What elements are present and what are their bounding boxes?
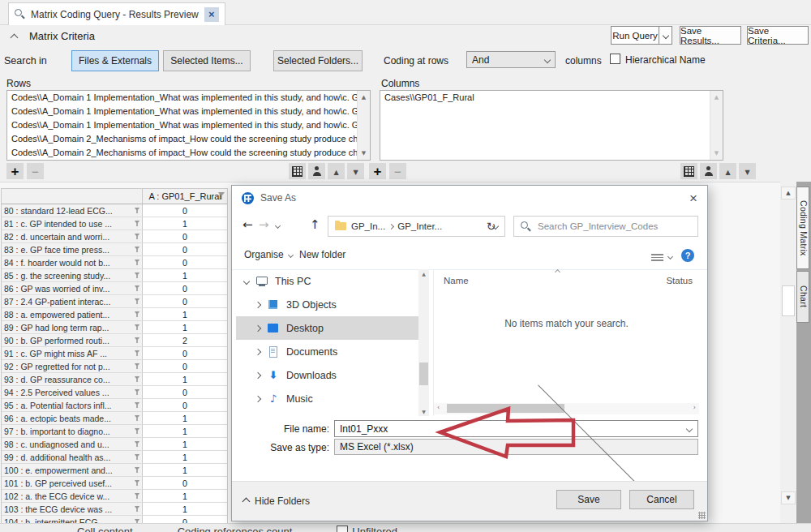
filter-icon[interactable]: [135, 441, 140, 448]
save-results-button[interactable]: Save Results...: [680, 26, 741, 45]
tab-close-icon[interactable]: ×: [204, 7, 219, 22]
filter-icon[interactable]: [135, 337, 140, 344]
filter-icon[interactable]: [135, 402, 140, 409]
unfiltered-checkbox[interactable]: [337, 526, 348, 532]
filter-icon[interactable]: [135, 493, 140, 500]
chevron-down-icon[interactable]: [686, 425, 693, 431]
table-row[interactable]: 102 : a. the ECG device w... 1: [2, 490, 227, 503]
scroll-up-icon[interactable]: ▲: [710, 92, 723, 103]
scrollbar-thumb[interactable]: [419, 363, 428, 385]
columns-listbox[interactable]: Cases\\GP01_F_Rural ▲ ▼: [380, 90, 723, 161]
filter-icon[interactable]: [135, 363, 140, 370]
up-icon[interactable]: ↑: [310, 217, 320, 232]
table-row[interactable]: 94 : 2.5 Perceived values ... 0: [2, 386, 227, 399]
tree-scrollbar[interactable]: ▲ ▼: [418, 269, 429, 416]
scroll-left-icon[interactable]: ‹: [437, 404, 440, 411]
search-box[interactable]: [513, 216, 698, 237]
table-row[interactable]: 95 : a. Potential factors infl... 0: [2, 399, 227, 412]
forward-icon[interactable]: →: [259, 217, 269, 232]
table-row[interactable]: 90 : b. GP performed routi... 2: [2, 334, 227, 347]
table-row[interactable]: 97 : b. important to diagno... 1: [2, 425, 227, 438]
chevron-icon[interactable]: [255, 371, 261, 378]
chevron-icon[interactable]: [255, 324, 261, 331]
filter-icon[interactable]: [135, 298, 140, 305]
save-button[interactable]: Save: [556, 490, 621, 509]
filter-icon[interactable]: [135, 285, 140, 292]
scroll-up-icon[interactable]: ▲: [781, 187, 796, 200]
search-input[interactable]: [536, 221, 691, 232]
rows-move-up-button[interactable]: [328, 163, 345, 179]
columns-add-button[interactable]: +: [369, 163, 386, 179]
tree-item[interactable]: This PC: [236, 269, 418, 293]
rows-list-item[interactable]: Codes\\A_Domain 1 Implementation_What wa…: [7, 105, 370, 118]
table-row[interactable]: 96 : a. ectopic beats made... 1: [2, 412, 227, 425]
views-icon[interactable]: [651, 252, 663, 261]
chevron-icon[interactable]: [243, 277, 250, 284]
tree-item[interactable]: Documents: [236, 340, 418, 363]
unfiltered-option[interactable]: Unfiltered: [337, 526, 397, 532]
table-row[interactable]: 89 : GP had long term rap... 1: [2, 321, 227, 334]
scope-button[interactable]: Selected Folders...: [273, 50, 363, 71]
chevron-icon[interactable]: [255, 348, 261, 354]
table-row[interactable]: 92 : GP regretted for not p... 0: [2, 360, 227, 373]
refresh-button[interactable]: ↻: [478, 216, 505, 237]
table-row[interactable]: 85 : g. the screening study... 1: [2, 269, 227, 282]
filter-icon[interactable]: [135, 428, 140, 435]
rows-list-item[interactable]: Codes\\A_Domain 2_Mechanisms of impact_H…: [7, 146, 370, 160]
filter-icon[interactable]: [135, 324, 140, 331]
status-column-header[interactable]: Status: [666, 276, 693, 285]
dialog-title-bar[interactable]: Save As ×: [232, 186, 707, 210]
table-row[interactable]: 101 : b. GP perceived usef... 0: [2, 477, 227, 490]
table-row[interactable]: 100 : e. empowerment and... 1: [2, 464, 227, 477]
rows-add-button[interactable]: +: [6, 163, 24, 179]
table-row[interactable]: 99 : d. additional health as... 1: [2, 451, 227, 464]
filter-icon[interactable]: [135, 221, 140, 227]
save-criteria-button[interactable]: Save Criteria...: [747, 26, 809, 45]
filter-icon[interactable]: [135, 480, 140, 487]
run-query-dropdown[interactable]: [659, 26, 672, 45]
organise-button[interactable]: Organise: [244, 249, 293, 260]
operator-dropdown[interactable]: And: [466, 51, 556, 68]
cancel-button[interactable]: Cancel: [629, 490, 694, 509]
rows-select-items-button[interactable]: [289, 163, 306, 179]
table-row[interactable]: 88 : a. empowered patient... 1: [2, 308, 227, 321]
back-icon[interactable]: ←: [242, 217, 253, 232]
tree-item[interactable]: Music: [236, 387, 418, 410]
tree-item[interactable]: 3D Objects: [236, 293, 418, 316]
chevron-icon[interactable]: [255, 301, 261, 307]
table-row[interactable]: 98 : c. undiagnosed and u... 1: [2, 438, 227, 451]
columns-list-item[interactable]: Cases\\GP01_F_Rural: [380, 91, 723, 105]
name-column-header[interactable]: Name: [444, 276, 469, 285]
table-row[interactable]: 80 : standard 12-lead ECG... 0: [2, 204, 227, 217]
new-folder-button[interactable]: New folder: [299, 249, 345, 260]
scroll-up-icon[interactable]: ▲: [418, 271, 429, 277]
filter-icon[interactable]: [135, 272, 140, 279]
main-vertical-scrollbar[interactable]: ▲ ▼: [780, 182, 796, 523]
close-icon[interactable]: ×: [689, 191, 697, 205]
table-row[interactable]: 84 : f. hoarder would not b... 0: [2, 256, 227, 269]
file-name-input[interactable]: [335, 423, 687, 435]
side-tab[interactable]: Coding Matrix: [796, 187, 809, 269]
rows-list-scrollbar[interactable]: ▲ ▼: [357, 91, 370, 160]
chevron-down-icon[interactable]: [667, 254, 673, 260]
breadcrumb-parent[interactable]: GP_In...: [351, 221, 385, 231]
filter-icon[interactable]: [135, 454, 140, 461]
columns-select-cases-button[interactable]: [700, 163, 717, 179]
filter-icon[interactable]: [135, 311, 140, 318]
table-row[interactable]: 82 : d. uncertain and worri... 0: [2, 230, 227, 243]
rows-list-item[interactable]: Codes\\A_Domain 1 Implementation_What wa…: [7, 118, 370, 132]
tree-item[interactable]: Downloads: [236, 363, 418, 387]
table-row[interactable]: 93 : d. GP reassurance co... 1: [2, 373, 227, 386]
scope-button[interactable]: Files & Externals: [71, 50, 159, 71]
scope-button[interactable]: Selected Items...: [163, 50, 251, 71]
columns-move-up-button[interactable]: [719, 163, 736, 179]
matrix-results-table[interactable]: A : GP01_F_Rural 80 : standard 12-lead E…: [1, 188, 228, 524]
chevron-icon[interactable]: [255, 395, 261, 401]
filter-icon[interactable]: [135, 247, 140, 253]
table-row[interactable]: 87 : 2.4 GP-patient interac... 0: [2, 295, 227, 308]
rows-remove-button[interactable]: −: [27, 163, 44, 179]
table-row[interactable]: 103 : the ECG device was ... 1: [2, 503, 227, 516]
filter-icon[interactable]: [135, 350, 140, 357]
collapse-chevron-icon[interactable]: [11, 34, 19, 42]
rows-move-down-button[interactable]: [347, 163, 364, 179]
